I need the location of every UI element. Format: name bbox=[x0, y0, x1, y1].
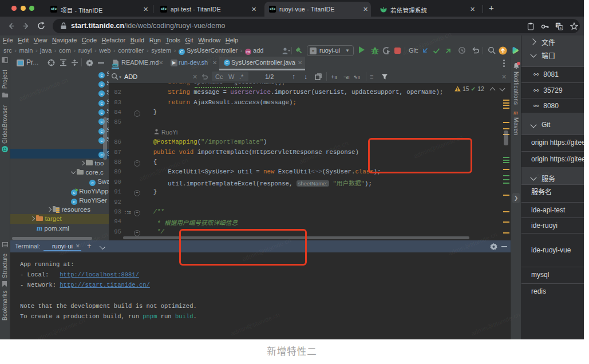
svg-text:A: A bbox=[560, 26, 562, 30]
svg-text:MD: MD bbox=[113, 64, 117, 66]
